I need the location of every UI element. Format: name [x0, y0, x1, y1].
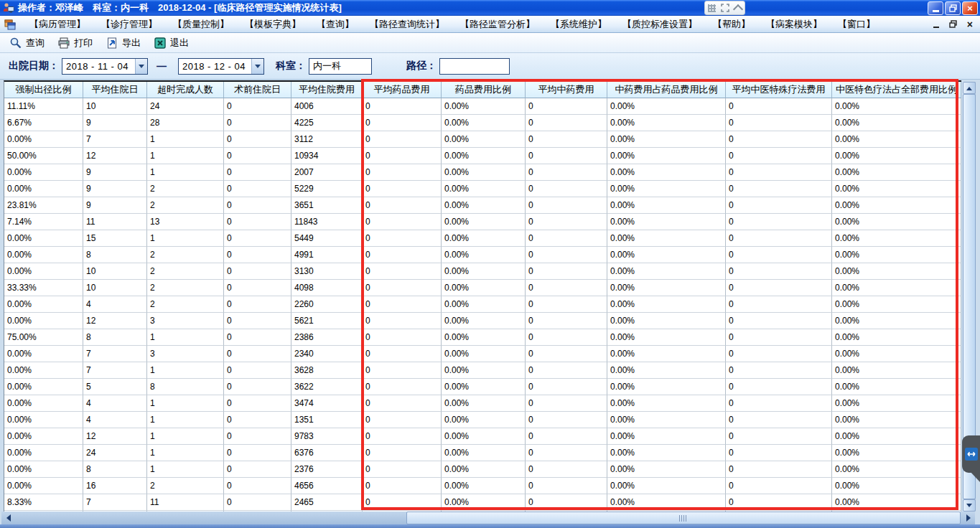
- restore-button[interactable]: [945, 1, 961, 15]
- window-bottom-edge: [0, 524, 980, 528]
- column-header[interactable]: 中医特色疗法占全部费用比例: [832, 82, 961, 98]
- date-range-separator: —: [157, 60, 167, 72]
- menu-item[interactable]: 【路径监管分析】: [452, 18, 543, 31]
- table-row[interactable]: 0.00%410135100.00%00.00%00.00%: [4, 412, 961, 428]
- table-row[interactable]: 7.14%111301184300.00%00.00%00.00%: [4, 214, 961, 230]
- screen-overlay-toolbar[interactable]: [704, 1, 745, 15]
- menu-item[interactable]: 【系统维护】: [543, 18, 615, 31]
- table-row[interactable]: 0.00%1210978300.00%00.00%00.00%: [4, 428, 961, 445]
- table-row[interactable]: 50.00%12101093400.00%00.00%00.00%: [4, 148, 961, 164]
- date-to-picker[interactable]: 2018 - 12 - 04: [178, 58, 264, 75]
- table-cell: 0: [224, 98, 291, 115]
- table-row[interactable]: 0.00%1620465600.00%00.00%00.00%: [4, 478, 961, 494]
- remote-control-tab[interactable]: [962, 435, 980, 473]
- column-header[interactable]: 平均药品费用: [363, 82, 442, 98]
- menu-item[interactable]: 【质控标准设置】: [615, 18, 705, 31]
- table-cell: 0.00%: [832, 181, 961, 197]
- exit-button[interactable]: 退出: [149, 35, 194, 51]
- table-cell: 0: [726, 478, 832, 494]
- table-row[interactable]: 0.00%410347400.00%00.00%00.00%: [4, 395, 961, 412]
- menu-item[interactable]: 【帮助】: [705, 18, 758, 31]
- minimize-button[interactable]: [928, 1, 943, 15]
- table-cell: 6376: [291, 445, 363, 461]
- column-header[interactable]: 平均中药费用: [526, 82, 607, 98]
- expand-arrows-icon[interactable]: [721, 4, 729, 12]
- column-header[interactable]: 强制出径比例: [4, 82, 83, 98]
- table-row[interactable]: 0.00%710311200.00%00.00%00.00%: [4, 131, 961, 148]
- menu-item[interactable]: 【质量控制】: [165, 18, 237, 31]
- menu-item[interactable]: 【窗口】: [830, 18, 883, 31]
- table-row[interactable]: 0.00%420226000.00%00.00%00.00%: [4, 296, 961, 313]
- table-row[interactable]: 75.00%810238600.00%00.00%00.00%: [4, 329, 961, 346]
- date-from-dropdown-button[interactable]: [135, 59, 147, 74]
- table-cell: 0.00%: [607, 329, 726, 346]
- table-cell: 4098: [291, 280, 363, 296]
- column-header[interactable]: 平均住院费用: [291, 82, 363, 98]
- close-button[interactable]: ×: [962, 1, 978, 15]
- date-from-picker[interactable]: 2018 - 11 - 04: [62, 58, 148, 75]
- table-row[interactable]: 0.00%810237600.00%00.00%00.00%: [4, 461, 961, 478]
- table-cell: 0.00%: [4, 428, 83, 445]
- column-header[interactable]: 平均中医特殊疗法费用: [726, 82, 832, 98]
- menu-item[interactable]: 【病案模块】: [758, 18, 830, 31]
- table-cell: 0.00%: [4, 379, 83, 395]
- table-cell: 0: [526, 395, 607, 412]
- table-row[interactable]: 6.67%9280422500.00%00.00%00.00%: [4, 115, 961, 131]
- path-input[interactable]: [439, 58, 510, 75]
- table-row[interactable]: 23.81%920365100.00%00.00%00.00%: [4, 197, 961, 214]
- table-cell: 0: [726, 395, 832, 412]
- table-cell: 0.00%: [442, 98, 526, 115]
- column-header[interactable]: 超时完成人数: [147, 82, 224, 98]
- chevron-down-icon: [255, 65, 261, 71]
- table-cell: 2: [147, 181, 224, 197]
- table-cell: 0: [363, 379, 442, 395]
- table-cell: 0: [726, 362, 832, 379]
- table-cell: 0.00%: [442, 230, 526, 247]
- horizontal-scrollbar[interactable]: [1, 512, 975, 524]
- export-button[interactable]: 导出: [101, 35, 146, 51]
- table-cell: 0: [526, 412, 607, 428]
- table-row[interactable]: 33.33%1020409800.00%00.00%00.00%: [4, 280, 961, 296]
- table-row[interactable]: 0.00%2410637600.00%00.00%00.00%: [4, 445, 961, 461]
- table-row[interactable]: 0.00%820499100.00%00.00%00.00%: [4, 247, 961, 263]
- column-header[interactable]: 药品费用比例: [442, 82, 526, 98]
- menu-item[interactable]: 【模板字典】: [237, 18, 309, 31]
- table-cell: 0.00%: [442, 115, 526, 131]
- menu-item[interactable]: 【病历管理】: [22, 18, 93, 31]
- table-row[interactable]: 11.11%10240400600.00%00.00%00.00%: [4, 98, 961, 115]
- mdi-minimize-icon[interactable]: [933, 27, 939, 28]
- date-to-dropdown-button[interactable]: [251, 59, 263, 74]
- dept-input[interactable]: 内一科: [309, 58, 372, 75]
- menu-item[interactable]: 【查询】: [309, 18, 362, 31]
- scroll-up-button[interactable]: [963, 82, 976, 94]
- grid-dots-icon[interactable]: [708, 4, 716, 12]
- print-button[interactable]: 打印: [52, 35, 98, 51]
- table-row[interactable]: 0.00%710362800.00%00.00%00.00%: [4, 362, 961, 379]
- table-row[interactable]: 0.00%1230562100.00%00.00%00.00%: [4, 313, 961, 329]
- table-row[interactable]: 0.00%730234000.00%00.00%00.00%: [4, 346, 961, 362]
- table-row[interactable]: 0.00%580362200.00%00.00%00.00%: [4, 379, 961, 395]
- table-row[interactable]: 8.33%7110246500.00%00.00%00.00%: [4, 494, 961, 511]
- table-cell: 0.00%: [442, 412, 526, 428]
- chevron-down-icon: [139, 65, 144, 71]
- table-cell: 0: [363, 263, 442, 280]
- scroll-left-button[interactable]: [1, 512, 14, 524]
- table-cell: 7: [83, 346, 147, 362]
- menu-item[interactable]: 【诊疗管理】: [93, 18, 165, 31]
- chevron-up-icon[interactable]: [733, 4, 743, 14]
- mdi-restore-icon[interactable]: [949, 20, 957, 28]
- query-button[interactable]: 查询: [4, 35, 50, 51]
- table-row[interactable]: 0.00%1510544900.00%00.00%00.00%: [4, 230, 961, 247]
- table-row[interactable]: 0.00%1020313000.00%00.00%00.00%: [4, 263, 961, 280]
- column-header[interactable]: 中药费用占药品费用比例: [607, 82, 726, 98]
- column-header[interactable]: 术前住院日: [224, 82, 291, 98]
- menu-item[interactable]: 【路径查询统计】: [362, 18, 452, 31]
- scroll-down-button[interactable]: [963, 499, 976, 512]
- scroll-right-button[interactable]: [962, 512, 975, 524]
- table-cell: 6.67%: [4, 115, 83, 131]
- table-row[interactable]: 0.00%910200700.00%00.00%00.00%: [4, 164, 961, 181]
- mdi-close-icon[interactable]: ×: [967, 19, 973, 29]
- horizontal-scroll-thumb[interactable]: [406, 512, 961, 524]
- table-row[interactable]: 0.00%920522900.00%00.00%00.00%: [4, 181, 961, 197]
- column-header[interactable]: 平均住院日: [83, 82, 147, 98]
